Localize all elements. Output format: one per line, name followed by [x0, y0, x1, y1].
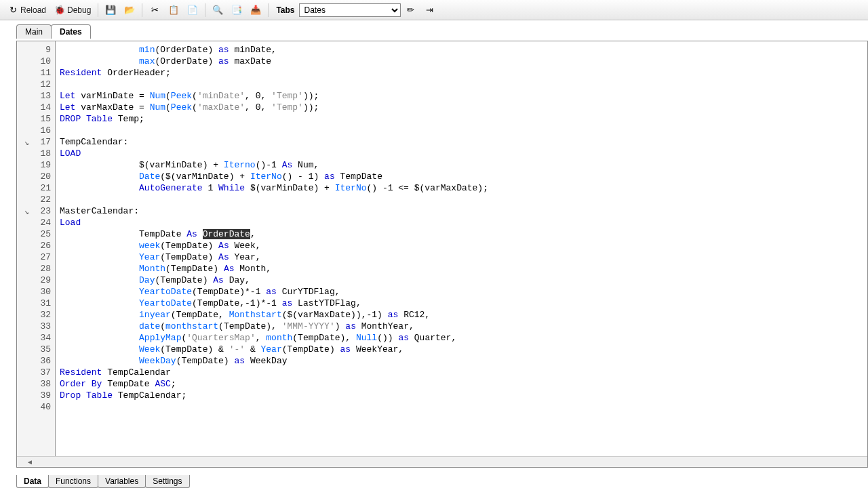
- line-number: 18: [17, 148, 55, 159]
- new-tab-button[interactable]: 📑: [228, 3, 245, 18]
- load-marker-icon: ↘: [20, 207, 29, 216]
- paste-icon: 📄: [187, 5, 198, 16]
- code-line[interactable]: TempCalendar:: [60, 136, 488, 148]
- line-number: 28: [17, 263, 55, 274]
- line-number: 27: [17, 251, 55, 263]
- debug-button[interactable]: 🐞 Debug: [51, 3, 94, 18]
- line-number: 33: [17, 321, 55, 332]
- load-marker-icon: ↘: [20, 138, 29, 147]
- reload-button[interactable]: ↻ Reload: [4, 3, 50, 18]
- line-number: 13: [17, 90, 55, 102]
- promote-tab-button[interactable]: ⇥: [421, 3, 439, 18]
- line-number: 10: [17, 56, 55, 67]
- bottom-tab-data[interactable]: Data: [16, 475, 49, 488]
- rename-tab-button[interactable]: ✏: [402, 3, 420, 18]
- code-line[interactable]: min(OrderDate) as minDate,: [60, 44, 488, 56]
- tabs-dropdown[interactable]: Dates: [299, 3, 401, 17]
- code-line[interactable]: Day(TempDate) As Day,: [60, 274, 488, 286]
- line-number: 31: [17, 298, 55, 309]
- code-line[interactable]: max(OrderDate) as maxDate: [60, 56, 488, 67]
- code-line[interactable]: [60, 194, 488, 205]
- code-line[interactable]: Date($(varMinDate) + IterNo() - 1) as Te…: [60, 171, 488, 182]
- line-number: 24: [17, 217, 55, 228]
- code-line[interactable]: [60, 125, 488, 136]
- line-number: 20: [17, 171, 55, 182]
- code-line[interactable]: Year(TempDate) As Year,: [60, 251, 488, 263]
- code-line[interactable]: Resident OrderHeader;: [60, 67, 488, 79]
- copy-icon: 📋: [168, 5, 179, 16]
- code-line[interactable]: DROP Table Temp;: [60, 113, 488, 125]
- toolbar-separator: [268, 3, 269, 17]
- line-number: 32: [17, 309, 55, 321]
- scroll-left-arrow[interactable]: ◄: [26, 458, 32, 466]
- code-line[interactable]: AutoGenerate 1 While $(varMinDate) + Ite…: [60, 182, 488, 194]
- promote-icon: ⇥: [425, 5, 435, 16]
- code-line[interactable]: $(varMinDate) + Iterno()-1 As Num,: [60, 159, 488, 171]
- editor-scroll[interactable]: 91011121314151617↘181920212223↘242526272…: [17, 41, 867, 467]
- bottom-tab-functions[interactable]: Functions: [48, 475, 98, 488]
- code-line[interactable]: Let varMinDate = Num(Peek('minDate', 0, …: [60, 90, 488, 102]
- open-button[interactable]: 📂: [121, 3, 138, 18]
- line-number: 23↘: [17, 205, 55, 217]
- line-number: 15: [17, 113, 55, 125]
- tabs-label: Tabs: [272, 5, 297, 15]
- line-number: 9: [17, 44, 55, 56]
- debug-icon: 🐞: [54, 5, 65, 16]
- code-line[interactable]: LOAD: [60, 148, 488, 159]
- script-editor: 91011121314151617↘181920212223↘242526272…: [16, 41, 868, 468]
- code-line[interactable]: Resident TempCalendar: [60, 367, 488, 378]
- code-line[interactable]: TempDate As OrderDate,: [60, 228, 488, 240]
- save-icon: 💾: [105, 5, 116, 16]
- cut-button[interactable]: ✂: [146, 3, 163, 18]
- reload-label: Reload: [20, 5, 46, 15]
- copy-button[interactable]: 📋: [165, 3, 182, 18]
- code-line[interactable]: Drop Table TempCalendar;: [60, 390, 488, 401]
- line-number: 21: [17, 182, 55, 194]
- line-number: 16: [17, 125, 55, 136]
- bottom-tab-settings[interactable]: Settings: [145, 475, 189, 488]
- code-line[interactable]: Order By TempDate ASC;: [60, 378, 488, 390]
- code-line[interactable]: Week(TempDate) & '-' & Year(TempDate) as…: [60, 344, 488, 355]
- find-icon: 🔍: [212, 5, 223, 16]
- line-number: 11: [17, 67, 55, 79]
- code-line[interactable]: inyear(TempDate, Monthstart($(varMaxDate…: [60, 309, 488, 321]
- code-line[interactable]: [60, 79, 488, 90]
- code-line[interactable]: WeekDay(TempDate) as WeekDay: [60, 355, 488, 367]
- bottom-tab-variables[interactable]: Variables: [98, 475, 146, 488]
- open-icon: 📂: [124, 5, 135, 16]
- script-tabs: Main Dates: [0, 20, 868, 39]
- line-number: 29: [17, 274, 55, 286]
- code-line[interactable]: date(monthstart(TempDate), 'MMM-YYYY') a…: [60, 321, 488, 332]
- bottom-panel-tabs: Data Functions Variables Settings: [16, 475, 189, 488]
- find-button[interactable]: 🔍: [209, 3, 226, 18]
- line-number: 39: [17, 390, 55, 401]
- debug-label: Debug: [67, 5, 91, 15]
- toolbar-separator: [142, 3, 142, 17]
- code-line[interactable]: YeartoDate(TempDate)*-1 as CurYTDFlag,: [60, 286, 488, 298]
- line-number: 19: [17, 159, 55, 171]
- code-line[interactable]: MasterCalendar:: [60, 205, 488, 217]
- code-area[interactable]: min(OrderDate) as minDate, max(OrderDate…: [56, 41, 488, 467]
- code-line[interactable]: Let varMaxDate = Num(Peek('maxDate', 0, …: [60, 102, 488, 113]
- line-number: 35: [17, 344, 55, 355]
- tab-dates[interactable]: Dates: [51, 24, 91, 39]
- selected-text: OrderDate: [203, 229, 250, 239]
- paste-button[interactable]: 📄: [184, 3, 201, 18]
- code-line[interactable]: week(TempDate) As Week,: [60, 240, 488, 251]
- line-number: 34: [17, 332, 55, 344]
- reload-icon: ↻: [7, 5, 18, 16]
- code-line[interactable]: ApplyMap('QuartersMap', month(TempDate),…: [60, 332, 488, 344]
- horizontal-scrollbar[interactable]: ◄: [17, 456, 867, 467]
- line-number: 14: [17, 102, 55, 113]
- code-line[interactable]: Load: [60, 217, 488, 228]
- code-line[interactable]: Month(TempDate) As Month,: [60, 263, 488, 274]
- code-line[interactable]: [60, 401, 488, 413]
- line-number-gutter: 91011121314151617↘181920212223↘242526272…: [17, 41, 56, 467]
- tab-main[interactable]: Main: [16, 24, 52, 39]
- line-number: 38: [17, 378, 55, 390]
- include-icon: 📥: [250, 5, 261, 16]
- include-button[interactable]: 📥: [247, 3, 264, 18]
- toolbar-separator: [98, 3, 98, 17]
- code-line[interactable]: YeartoDate(TempDate,-1)*-1 as LastYTDFla…: [60, 298, 488, 309]
- save-button[interactable]: 💾: [102, 3, 119, 18]
